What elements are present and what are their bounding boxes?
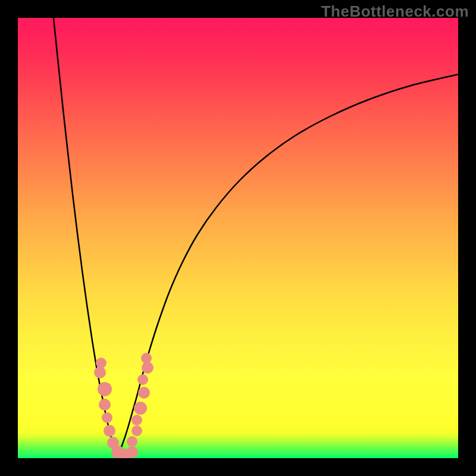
data-dot [131,425,142,436]
data-dot [137,374,148,385]
data-dot [131,415,142,425]
chart-frame: TheBottleneck.com [0,0,476,476]
data-dot [138,387,150,399]
data-dot [142,362,154,374]
data-dot [98,382,112,396]
data-dot [127,436,137,447]
data-dot [134,402,147,415]
data-dot [104,425,115,437]
data-dot [141,353,152,364]
curve-right [118,74,458,456]
data-dot [102,412,112,423]
data-dot [99,399,111,411]
watermark-text: TheBottleneck.com [321,2,469,21]
data-dot [126,446,138,458]
chart-svg [18,18,458,458]
data-dot [94,367,106,378]
plot-area [18,18,458,458]
